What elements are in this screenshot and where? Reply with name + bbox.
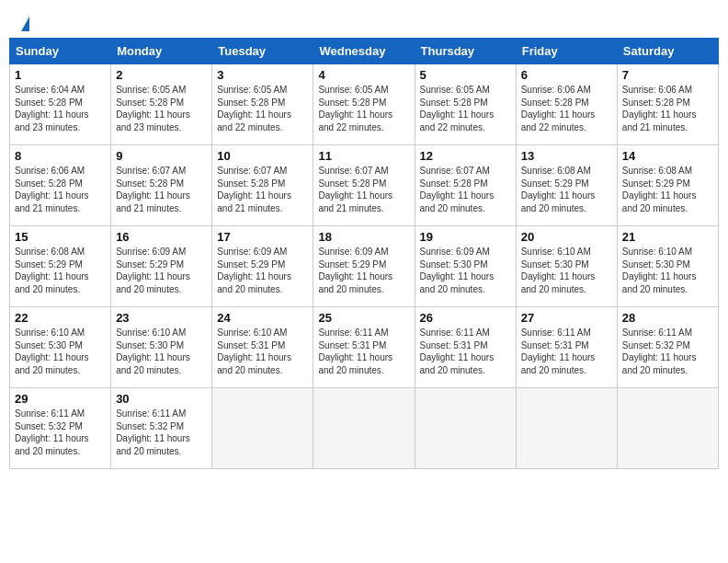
day-info: Sunrise: 6:11 AMSunset: 5:32 PMDaylight:…: [116, 408, 207, 457]
calendar-row: 29 Sunrise: 6:11 AMSunset: 5:32 PMDaylig…: [10, 388, 719, 469]
day-cell-15: 15 Sunrise: 6:08 AMSunset: 5:29 PMDaylig…: [10, 226, 111, 307]
day-cell-17: 17 Sunrise: 6:09 AMSunset: 5:29 PMDaylig…: [212, 226, 313, 307]
day-info: Sunrise: 6:05 AMSunset: 5:28 PMDaylight:…: [318, 84, 409, 133]
day-cell-12: 12 Sunrise: 6:07 AMSunset: 5:28 PMDaylig…: [415, 145, 516, 226]
day-cell-10: 10 Sunrise: 6:07 AMSunset: 5:28 PMDaylig…: [212, 145, 313, 226]
day-info: Sunrise: 6:11 AMSunset: 5:31 PMDaylight:…: [318, 327, 409, 376]
day-info: Sunrise: 6:11 AMSunset: 5:31 PMDaylight:…: [420, 327, 511, 376]
day-number: 2: [116, 68, 207, 82]
weekday-header-thursday: Thursday: [415, 39, 516, 64]
day-number: 26: [420, 311, 511, 325]
day-cell-16: 16 Sunrise: 6:09 AMSunset: 5:29 PMDaylig…: [111, 226, 212, 307]
weekday-header-sunday: Sunday: [10, 39, 111, 64]
day-cell-4: 4 Sunrise: 6:05 AMSunset: 5:28 PMDayligh…: [313, 64, 415, 145]
day-cell-29: 29 Sunrise: 6:11 AMSunset: 5:32 PMDaylig…: [10, 388, 111, 469]
day-info: Sunrise: 6:10 AMSunset: 5:30 PMDaylight:…: [15, 327, 106, 376]
day-number: 28: [622, 311, 713, 325]
calendar-table: SundayMondayTuesdayWednesdayThursdayFrid…: [9, 38, 719, 469]
day-info: Sunrise: 6:04 AMSunset: 5:28 PMDaylight:…: [15, 84, 106, 133]
day-number: 11: [318, 149, 409, 163]
day-cell-23: 23 Sunrise: 6:10 AMSunset: 5:30 PMDaylig…: [111, 307, 212, 388]
day-number: 13: [521, 149, 612, 163]
day-number: 21: [622, 230, 713, 244]
empty-cell: [212, 388, 313, 469]
day-cell-5: 5 Sunrise: 6:05 AMSunset: 5:28 PMDayligh…: [415, 64, 516, 145]
day-info: Sunrise: 6:10 AMSunset: 5:30 PMDaylight:…: [521, 246, 612, 295]
empty-cell: [415, 388, 516, 469]
logo: [20, 17, 29, 30]
empty-cell: [516, 388, 617, 469]
empty-cell: [313, 388, 415, 469]
day-number: 9: [116, 149, 207, 163]
day-cell-2: 2 Sunrise: 6:05 AMSunset: 5:28 PMDayligh…: [111, 64, 212, 145]
day-info: Sunrise: 6:09 AMSunset: 5:29 PMDaylight:…: [318, 246, 409, 295]
day-number: 1: [15, 68, 106, 82]
day-cell-26: 26 Sunrise: 6:11 AMSunset: 5:31 PMDaylig…: [415, 307, 516, 388]
day-cell-9: 9 Sunrise: 6:07 AMSunset: 5:28 PMDayligh…: [111, 145, 212, 226]
day-cell-8: 8 Sunrise: 6:06 AMSunset: 5:28 PMDayligh…: [10, 145, 111, 226]
day-info: Sunrise: 6:09 AMSunset: 5:29 PMDaylight:…: [116, 246, 207, 295]
day-info: Sunrise: 6:09 AMSunset: 5:30 PMDaylight:…: [420, 246, 511, 295]
day-cell-30: 30 Sunrise: 6:11 AMSunset: 5:32 PMDaylig…: [111, 388, 212, 469]
day-info: Sunrise: 6:07 AMSunset: 5:28 PMDaylight:…: [318, 165, 409, 214]
day-number: 5: [420, 68, 511, 82]
day-number: 30: [116, 392, 207, 406]
day-cell-22: 22 Sunrise: 6:10 AMSunset: 5:30 PMDaylig…: [10, 307, 111, 388]
day-cell-14: 14 Sunrise: 6:08 AMSunset: 5:29 PMDaylig…: [617, 145, 718, 226]
day-cell-7: 7 Sunrise: 6:06 AMSunset: 5:28 PMDayligh…: [617, 64, 718, 145]
day-cell-24: 24 Sunrise: 6:10 AMSunset: 5:31 PMDaylig…: [212, 307, 313, 388]
empty-cell: [617, 388, 718, 469]
day-info: Sunrise: 6:06 AMSunset: 5:28 PMDaylight:…: [521, 84, 612, 133]
weekday-header-wednesday: Wednesday: [313, 39, 415, 64]
day-cell-6: 6 Sunrise: 6:06 AMSunset: 5:28 PMDayligh…: [516, 64, 617, 145]
day-info: Sunrise: 6:06 AMSunset: 5:28 PMDaylight:…: [622, 84, 713, 133]
day-cell-20: 20 Sunrise: 6:10 AMSunset: 5:30 PMDaylig…: [516, 226, 617, 307]
day-info: Sunrise: 6:05 AMSunset: 5:28 PMDaylight:…: [217, 84, 308, 133]
day-cell-13: 13 Sunrise: 6:08 AMSunset: 5:29 PMDaylig…: [516, 145, 617, 226]
day-cell-21: 21 Sunrise: 6:10 AMSunset: 5:30 PMDaylig…: [617, 226, 718, 307]
day-number: 19: [420, 230, 511, 244]
day-info: Sunrise: 6:06 AMSunset: 5:28 PMDaylight:…: [15, 165, 106, 214]
weekday-header-monday: Monday: [111, 39, 212, 64]
calendar-row: 22 Sunrise: 6:10 AMSunset: 5:30 PMDaylig…: [10, 307, 719, 388]
calendar-row: 8 Sunrise: 6:06 AMSunset: 5:28 PMDayligh…: [10, 145, 719, 226]
day-info: Sunrise: 6:07 AMSunset: 5:28 PMDaylight:…: [420, 165, 511, 214]
day-info: Sunrise: 6:11 AMSunset: 5:31 PMDaylight:…: [521, 327, 612, 376]
day-number: 8: [15, 149, 106, 163]
day-cell-3: 3 Sunrise: 6:05 AMSunset: 5:28 PMDayligh…: [212, 64, 313, 145]
logo-triangle-icon: [21, 17, 29, 31]
calendar-row: 15 Sunrise: 6:08 AMSunset: 5:29 PMDaylig…: [10, 226, 719, 307]
day-number: 15: [15, 230, 106, 244]
day-number: 27: [521, 311, 612, 325]
day-info: Sunrise: 6:10 AMSunset: 5:30 PMDaylight:…: [116, 327, 207, 376]
day-info: Sunrise: 6:10 AMSunset: 5:30 PMDaylight:…: [622, 246, 713, 295]
day-info: Sunrise: 6:11 AMSunset: 5:32 PMDaylight:…: [622, 327, 713, 376]
day-info: Sunrise: 6:08 AMSunset: 5:29 PMDaylight:…: [622, 165, 713, 214]
day-number: 7: [622, 68, 713, 82]
day-number: 24: [217, 311, 308, 325]
day-info: Sunrise: 6:05 AMSunset: 5:28 PMDaylight:…: [116, 84, 207, 133]
day-info: Sunrise: 6:07 AMSunset: 5:28 PMDaylight:…: [217, 165, 308, 214]
day-number: 14: [622, 149, 713, 163]
day-cell-25: 25 Sunrise: 6:11 AMSunset: 5:31 PMDaylig…: [313, 307, 415, 388]
day-number: 23: [116, 311, 207, 325]
day-cell-27: 27 Sunrise: 6:11 AMSunset: 5:31 PMDaylig…: [516, 307, 617, 388]
day-info: Sunrise: 6:07 AMSunset: 5:28 PMDaylight:…: [116, 165, 207, 214]
day-info: Sunrise: 6:11 AMSunset: 5:32 PMDaylight:…: [15, 408, 106, 457]
day-number: 22: [15, 311, 106, 325]
day-number: 17: [217, 230, 308, 244]
day-number: 6: [521, 68, 612, 82]
header: [9, 9, 719, 34]
day-cell-18: 18 Sunrise: 6:09 AMSunset: 5:29 PMDaylig…: [313, 226, 415, 307]
day-number: 3: [217, 68, 308, 82]
day-info: Sunrise: 6:08 AMSunset: 5:29 PMDaylight:…: [521, 165, 612, 214]
day-number: 4: [318, 68, 409, 82]
day-number: 25: [318, 311, 409, 325]
day-number: 18: [318, 230, 409, 244]
calendar-header-row: SundayMondayTuesdayWednesdayThursdayFrid…: [10, 39, 719, 64]
day-cell-28: 28 Sunrise: 6:11 AMSunset: 5:32 PMDaylig…: [617, 307, 718, 388]
day-number: 20: [521, 230, 612, 244]
day-info: Sunrise: 6:10 AMSunset: 5:31 PMDaylight:…: [217, 327, 308, 376]
day-info: Sunrise: 6:09 AMSunset: 5:29 PMDaylight:…: [217, 246, 308, 295]
day-info: Sunrise: 6:08 AMSunset: 5:29 PMDaylight:…: [15, 246, 106, 295]
